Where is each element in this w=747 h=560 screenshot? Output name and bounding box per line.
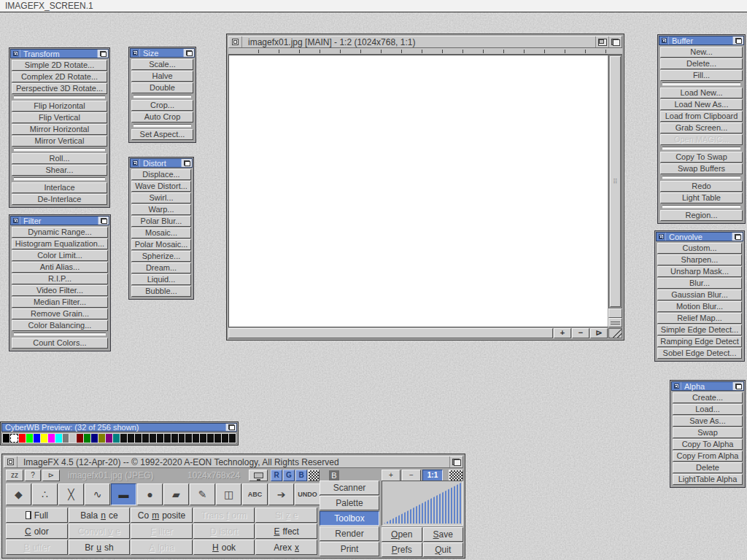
preview-titlebar[interactable]: CyberWB Preview: (32 of 256 shown) bbox=[1, 423, 237, 432]
grab-screen-button[interactable]: Grab Screen... bbox=[660, 122, 743, 133]
keypad-icon[interactable] bbox=[608, 318, 622, 327]
palette-swatch-3[interactable] bbox=[26, 434, 33, 443]
depth-gadget[interactable] bbox=[732, 382, 743, 390]
open-button[interactable]: Open bbox=[382, 527, 422, 542]
depth-gadget[interactable] bbox=[608, 36, 622, 47]
color-limit-button[interactable]: Color Limit... bbox=[12, 250, 108, 261]
palette-swatch-17[interactable] bbox=[128, 434, 134, 443]
palette-swatch-1[interactable] bbox=[10, 434, 18, 443]
swirl-button[interactable]: Swirl... bbox=[131, 192, 191, 203]
palette-swatch-16[interactable] bbox=[120, 434, 127, 443]
ramping-edge-detect-button[interactable]: Ramping Edge Detect bbox=[657, 336, 742, 347]
brush-tool[interactable]: ✎ bbox=[190, 483, 215, 505]
filter-panel-titlebar[interactable]: Filter bbox=[10, 216, 109, 225]
effect-button[interactable]: Effect bbox=[255, 524, 317, 539]
palette-swatch-2[interactable] bbox=[19, 434, 26, 443]
load-new-as-button[interactable]: Load New As... bbox=[660, 99, 743, 110]
palette-swatch-23[interactable] bbox=[171, 434, 178, 443]
delete-button[interactable]: Delete... bbox=[660, 58, 743, 69]
remove-grain-button[interactable]: Remove Grain... bbox=[12, 308, 108, 319]
depth-gadget[interactable] bbox=[181, 159, 192, 167]
transform-panel-titlebar[interactable]: Transform bbox=[10, 49, 109, 58]
scanner-button[interactable]: Scanner bbox=[320, 481, 379, 495]
red-channel-button[interactable]: R bbox=[271, 470, 282, 481]
depth-gadget[interactable] bbox=[449, 456, 462, 467]
relief-map-button[interactable]: Relief Map... bbox=[657, 313, 742, 324]
polar-blur-button[interactable]: Polar Blur... bbox=[131, 216, 191, 227]
r-i-p-button[interactable]: R.I.P... bbox=[12, 273, 108, 284]
zoom-out-button[interactable]: − bbox=[402, 470, 421, 481]
hook-button[interactable]: Hook bbox=[193, 540, 255, 555]
palette-swatch-28[interactable] bbox=[207, 434, 214, 443]
screen-mode-button[interactable] bbox=[249, 470, 268, 481]
flip-vertical-button[interactable]: Flip Vertical bbox=[12, 112, 107, 123]
perspective-3d-rotate-button[interactable]: Perspective 3D Rotate... bbox=[12, 83, 107, 94]
palette-swatch-7[interactable] bbox=[55, 434, 62, 443]
balance-button[interactable]: Balance bbox=[69, 508, 131, 523]
toolbar-titlebar[interactable]: ImageFX 4.5 (12-Apr-20) -- © 1992-2020 A… bbox=[4, 456, 463, 468]
alpha-panel-titlebar[interactable]: Alpha bbox=[671, 381, 744, 391]
median-filter-button[interactable]: Median Filter... bbox=[12, 297, 108, 308]
horizontal-scroll-thumb[interactable] bbox=[228, 328, 553, 338]
depth-gadget[interactable] bbox=[732, 233, 743, 241]
histogram-equalization-button[interactable]: Histogram Equalization... bbox=[12, 238, 108, 249]
sobel-edge-detect-button[interactable]: Sobel Edge Detect... bbox=[657, 348, 742, 359]
screen-titlebar[interactable]: IMAGEFX_SCREEN.1 bbox=[0, 0, 747, 12]
close-gadget[interactable] bbox=[229, 36, 242, 47]
freehand-tool[interactable]: ∴ bbox=[32, 483, 58, 505]
depth-gadget[interactable] bbox=[225, 424, 236, 431]
full-button[interactable]: Full bbox=[6, 508, 68, 523]
interlace-button[interactable]: Interlace bbox=[12, 182, 107, 193]
dream-button[interactable]: Dream... bbox=[131, 262, 191, 273]
palette-swatch-30[interactable] bbox=[222, 434, 228, 443]
spherize-button[interactable]: Spherize... bbox=[131, 251, 191, 262]
load-from-clipboard-button[interactable]: Load from Clipboard bbox=[660, 111, 743, 122]
zoom-out-button[interactable]: − bbox=[572, 328, 589, 338]
prefs-button[interactable]: Prefs bbox=[382, 542, 422, 557]
shear-button[interactable]: Shear... bbox=[12, 165, 107, 176]
buffer-panel-titlebar[interactable]: Buffer bbox=[659, 36, 744, 45]
sharpen-button[interactable]: Sharpen... bbox=[657, 254, 742, 265]
mirror-horizontal-button[interactable]: Mirror Horizontal bbox=[12, 124, 107, 135]
undo-button[interactable]: UNDO bbox=[295, 483, 320, 505]
pan-button[interactable]: ⊳ bbox=[590, 328, 608, 338]
palette-button[interactable]: Palette bbox=[320, 496, 379, 510]
palette-swatch-0[interactable] bbox=[3, 434, 9, 443]
polygon-tool[interactable]: ▰ bbox=[163, 483, 189, 505]
palette-swatch-29[interactable] bbox=[214, 434, 221, 443]
toolbox-button[interactable]: Toolbox bbox=[320, 511, 379, 526]
copy-to-alpha-button[interactable]: Copy To Alpha bbox=[673, 439, 743, 450]
composite-button[interactable]: Composite bbox=[131, 508, 193, 523]
close-gadget[interactable] bbox=[131, 49, 140, 57]
blur-button[interactable]: Blur... bbox=[657, 278, 742, 289]
warp-button[interactable]: Warp... bbox=[131, 204, 191, 215]
palette-swatch-25[interactable] bbox=[185, 434, 192, 443]
zoom-ratio-button[interactable]: 1:1 bbox=[422, 470, 443, 481]
swap-buffers-button[interactable]: Swap Buffers bbox=[660, 163, 743, 174]
scale-button[interactable]: Scale... bbox=[131, 59, 193, 70]
palette-swatch-18[interactable] bbox=[135, 434, 142, 443]
gaussian-blur-button[interactable]: Gaussian Blur... bbox=[657, 289, 742, 300]
displace-button[interactable]: Displace... bbox=[131, 169, 191, 180]
depth-gadget[interactable] bbox=[183, 49, 194, 57]
palette-swatch-8[interactable] bbox=[63, 434, 69, 443]
fill-tool[interactable]: ◫ bbox=[216, 483, 241, 505]
crop-button[interactable]: Crop... bbox=[131, 100, 193, 111]
depth-gadget[interactable] bbox=[98, 217, 109, 225]
airbrush-tool[interactable]: ➔ bbox=[268, 483, 294, 505]
print-button[interactable]: Print bbox=[320, 542, 379, 556]
polyline-tool[interactable]: ╳ bbox=[58, 483, 84, 505]
wave-distort-button[interactable]: Wave Distort... bbox=[131, 181, 191, 192]
auto-crop-button[interactable]: Auto Crop bbox=[131, 112, 193, 122]
new-button[interactable]: New... bbox=[660, 47, 743, 58]
distort-panel-titlebar[interactable]: Distort bbox=[130, 158, 193, 168]
palette-swatch-22[interactable] bbox=[164, 434, 171, 443]
vertical-scroll-thumb[interactable]: ⠿ bbox=[610, 56, 621, 307]
close-gadget[interactable] bbox=[657, 233, 666, 241]
palette-swatch-6[interactable] bbox=[48, 434, 55, 443]
depth-gadget[interactable] bbox=[97, 50, 108, 58]
set-aspect-button[interactable]: Set Aspect... bbox=[131, 129, 193, 140]
palette-swatch-31[interactable] bbox=[229, 434, 236, 443]
region-button[interactable]: Region... bbox=[660, 210, 743, 221]
palette-swatch-20[interactable] bbox=[150, 434, 156, 443]
